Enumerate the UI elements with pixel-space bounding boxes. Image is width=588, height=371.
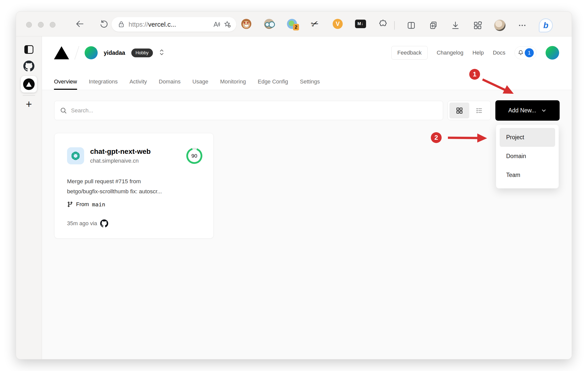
tab-domains[interactable]: Domains bbox=[159, 78, 181, 90]
markdown-extension-icon[interactable]: M↓ bbox=[355, 18, 366, 29]
openai-logo-icon bbox=[67, 147, 84, 164]
help-link[interactable]: Help bbox=[473, 50, 484, 56]
dropdown-item-domain[interactable]: Domain bbox=[500, 147, 555, 166]
tab-monitoring[interactable]: Monitoring bbox=[220, 78, 246, 90]
dropdown-item-project[interactable]: Project bbox=[500, 128, 555, 147]
tab-activity[interactable]: Activity bbox=[130, 78, 147, 90]
screen: https://vercel.c... 2 ✂ V M↓ bbox=[0, 0, 588, 371]
read-aloud-icon[interactable] bbox=[213, 21, 220, 28]
project-card-head: chat-gpt-next-web chat.simplenaive.cn bbox=[67, 147, 151, 164]
team-switcher-icon[interactable] bbox=[159, 48, 164, 57]
project-domain[interactable]: chat.simplenaive.cn bbox=[90, 158, 151, 164]
notifications-button[interactable]: 1 bbox=[514, 46, 537, 59]
commit-line-1: Merge pull request #715 from bbox=[67, 176, 203, 187]
list-view-button[interactable] bbox=[469, 103, 489, 118]
zoom-window-button[interactable] bbox=[50, 22, 55, 28]
collections-icon[interactable] bbox=[428, 20, 439, 31]
grid-view-button[interactable] bbox=[449, 103, 469, 118]
branch-row: From main bbox=[67, 201, 105, 208]
extension-icons: 2 ✂ V M↓ bbox=[241, 18, 389, 29]
tab-settings[interactable]: Settings bbox=[300, 78, 320, 90]
translate-badge: 2 bbox=[293, 24, 299, 30]
header-right: Feedback Changelog Help Docs 1 bbox=[391, 44, 559, 62]
extensions-puzzle-icon[interactable] bbox=[378, 18, 389, 29]
notification-count: 1 bbox=[525, 48, 534, 57]
project-card[interactable]: chat-gpt-next-web chat.simplenaive.cn 90… bbox=[54, 133, 214, 239]
dashboard-content: Add New... chat-gpt-next-web chat.simple… bbox=[42, 90, 572, 359]
vercel-logo[interactable] bbox=[54, 46, 69, 59]
tabstrip-divider bbox=[23, 95, 35, 96]
list-view-icon bbox=[476, 107, 483, 114]
tab-integrations[interactable]: Integrations bbox=[89, 78, 118, 90]
browser-nav-buttons bbox=[74, 18, 109, 29]
traffic-lights bbox=[26, 22, 55, 28]
downloads-icon[interactable] bbox=[450, 20, 461, 31]
vertical-tab-strip: + bbox=[16, 36, 42, 359]
grid-view-icon bbox=[456, 107, 463, 114]
browser-toolbar: https://vercel.c... 2 ✂ V M↓ bbox=[16, 12, 572, 36]
changelog-link[interactable]: Changelog bbox=[437, 50, 463, 56]
translate-extension-icon[interactable]: 2 bbox=[286, 18, 298, 29]
tab-actions-menu-icon[interactable] bbox=[23, 44, 34, 55]
vercel-page: yidadaa Hobby Feedback Changelog Help Do… bbox=[42, 36, 572, 359]
browser-actions: b bbox=[394, 18, 553, 32]
minimize-window-button[interactable] bbox=[38, 22, 44, 28]
breadcrumb-slash bbox=[74, 46, 79, 60]
tab-overview[interactable]: Overview bbox=[54, 78, 77, 90]
new-tab-icon[interactable]: + bbox=[23, 99, 34, 110]
scissors-extension-icon[interactable]: ✂ bbox=[308, 17, 322, 31]
search-input[interactable] bbox=[54, 101, 443, 120]
browser-window: https://vercel.c... 2 ✂ V M↓ bbox=[16, 11, 572, 359]
tab-vercel-active[interactable] bbox=[21, 76, 37, 92]
lock-icon bbox=[117, 21, 125, 28]
tab-usage[interactable]: Usage bbox=[192, 78, 208, 90]
bing-chat-icon[interactable]: b bbox=[539, 18, 553, 32]
git-branch-icon bbox=[67, 201, 73, 207]
more-menu-icon[interactable] bbox=[517, 20, 528, 31]
commit-line-2: betgo/bugfix-scrollthumb fix: autoscr... bbox=[67, 187, 203, 197]
tab-github-favicon[interactable] bbox=[23, 61, 34, 72]
dropdown-item-team[interactable]: Team bbox=[500, 166, 555, 184]
monkey-extension-icon[interactable] bbox=[241, 18, 252, 29]
annotation-step-2: 2 bbox=[431, 132, 442, 143]
toolbar-divider bbox=[394, 21, 395, 30]
browser-profile-avatar[interactable] bbox=[494, 20, 506, 31]
person-extension-icon[interactable] bbox=[264, 18, 275, 29]
v-extension-icon[interactable]: V bbox=[332, 18, 343, 29]
deploy-time-row: 35m ago via bbox=[67, 219, 108, 227]
feedback-button[interactable]: Feedback bbox=[391, 46, 428, 60]
url-host: vercel.c... bbox=[148, 21, 176, 28]
docs-link[interactable]: Docs bbox=[493, 50, 505, 56]
vercel-header: yidadaa Hobby Feedback Changelog Help Do… bbox=[42, 36, 572, 90]
search-container bbox=[54, 101, 443, 120]
workspaces-icon[interactable] bbox=[472, 20, 483, 31]
header-left: yidadaa Hobby bbox=[54, 44, 164, 62]
github-icon bbox=[100, 219, 108, 227]
project-name[interactable]: chat-gpt-next-web bbox=[90, 148, 151, 156]
lighthouse-score-ring[interactable]: 90 bbox=[186, 148, 202, 164]
team-avatar[interactable] bbox=[85, 46, 98, 59]
address-bar[interactable]: https://vercel.c... bbox=[111, 17, 236, 32]
refresh-icon[interactable] bbox=[98, 18, 109, 29]
add-new-dropdown: Project Domain Team bbox=[496, 124, 559, 189]
bell-icon bbox=[517, 49, 524, 56]
favorite-star-icon[interactable] bbox=[224, 21, 231, 28]
team-name[interactable]: yidadaa bbox=[104, 50, 125, 56]
tab-edge-config[interactable]: Edge Config bbox=[258, 78, 288, 90]
user-avatar[interactable] bbox=[546, 46, 559, 60]
browser-body: + yidadaa Hobby Feedback bbox=[16, 36, 572, 359]
branch-name: main bbox=[92, 201, 105, 208]
view-toggle bbox=[448, 101, 491, 120]
back-icon[interactable] bbox=[74, 18, 85, 29]
split-screen-icon[interactable] bbox=[406, 20, 417, 31]
url-scheme: https:// bbox=[129, 21, 148, 28]
plan-badge: Hobby bbox=[131, 49, 153, 57]
commit-message[interactable]: Merge pull request #715 from betgo/bugfi… bbox=[67, 176, 203, 197]
add-new-button[interactable]: Add New... bbox=[495, 100, 560, 121]
add-new-label: Add New... bbox=[508, 107, 536, 114]
vercel-favicon bbox=[23, 78, 35, 90]
deploy-time: 35m ago via bbox=[67, 220, 97, 227]
branch-prefix: From bbox=[76, 201, 89, 208]
dashboard-tabs: Overview Integrations Activity Domains U… bbox=[54, 78, 320, 90]
close-window-button[interactable] bbox=[26, 22, 32, 28]
